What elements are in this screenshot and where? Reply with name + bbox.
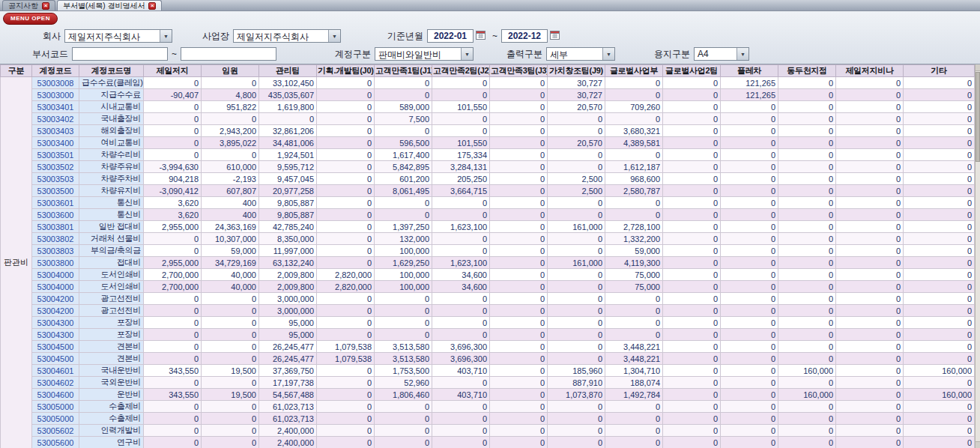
tab-expense-report[interactable]: 부서별(세목) 경비명세서 × xyxy=(57,0,162,10)
value-cell[interactable]: 0 xyxy=(778,77,836,89)
value-cell[interactable]: 2,500 xyxy=(548,173,605,185)
value-cell[interactable]: 26,245,477 xyxy=(259,353,317,365)
value-cell[interactable]: 0 xyxy=(548,281,605,293)
value-cell[interactable]: 0 xyxy=(432,425,490,437)
value-cell[interactable]: 3,284,131 xyxy=(432,161,490,173)
value-cell[interactable]: 61,023,713 xyxy=(259,401,317,413)
value-cell[interactable]: 0 xyxy=(317,77,375,89)
value-cell[interactable]: 0 xyxy=(778,113,836,125)
value-cell[interactable]: 160,000 xyxy=(904,389,975,401)
value-cell[interactable]: 0 xyxy=(778,101,836,113)
value-cell[interactable]: 40,000 xyxy=(202,269,259,281)
value-cell[interactable]: 2,400,000 xyxy=(259,425,317,437)
value-cell[interactable]: 161,000 xyxy=(548,221,605,233)
value-cell[interactable]: 2,955,000 xyxy=(144,221,202,233)
value-cell[interactable]: -3,090,412 xyxy=(144,185,202,197)
value-cell[interactable]: 0 xyxy=(721,305,778,317)
account-name-cell[interactable]: 연구비 xyxy=(79,437,144,448)
value-cell[interactable]: 0 xyxy=(202,305,259,317)
chevron-down-icon[interactable]: ▼ xyxy=(602,48,614,60)
value-cell[interactable]: 19,500 xyxy=(202,389,259,401)
value-cell[interactable]: 0 xyxy=(663,77,721,89)
value-cell[interactable]: 0 xyxy=(317,149,375,161)
value-cell[interactable]: 3,620 xyxy=(144,209,202,221)
value-cell[interactable]: 904,218 xyxy=(144,173,202,185)
account-code-cell[interactable]: 53005000 xyxy=(32,413,79,425)
value-cell[interactable]: 1,806,460 xyxy=(375,389,432,401)
value-cell[interactable]: 101,550 xyxy=(432,101,490,113)
account-name-cell[interactable]: 도서인쇄비 xyxy=(79,281,144,293)
value-cell[interactable]: 0 xyxy=(721,401,778,413)
value-cell[interactable]: 0 xyxy=(836,161,904,173)
value-cell[interactable]: 0 xyxy=(778,305,836,317)
value-cell[interactable]: 0 xyxy=(202,377,259,389)
value-cell[interactable]: 0 xyxy=(904,197,975,209)
value-cell[interactable]: 0 xyxy=(663,209,721,221)
value-cell[interactable]: 0 xyxy=(144,113,202,125)
value-cell[interactable]: 0 xyxy=(836,173,904,185)
chevron-down-icon[interactable]: ▼ xyxy=(736,48,748,60)
value-cell[interactable]: 0 xyxy=(548,305,605,317)
value-cell[interactable]: 0 xyxy=(836,401,904,413)
value-cell[interactable]: 3,000,000 xyxy=(259,305,317,317)
value-cell[interactable]: 4,800 xyxy=(202,89,259,101)
value-cell[interactable]: 0 xyxy=(836,425,904,437)
account-name-cell[interactable]: 광고선전비 xyxy=(79,293,144,305)
account-name-cell[interactable]: 부의금/축의금 xyxy=(79,245,144,257)
value-cell[interactable]: 0 xyxy=(836,305,904,317)
value-cell[interactable]: 0 xyxy=(836,233,904,245)
value-cell[interactable]: 0 xyxy=(904,113,975,125)
value-cell[interactable]: 0 xyxy=(432,305,490,317)
value-cell[interactable]: 0 xyxy=(490,233,548,245)
account-name-cell[interactable]: 해외출장비 xyxy=(79,125,144,137)
value-cell[interactable]: 100,000 xyxy=(375,281,432,293)
value-cell[interactable]: 30,727 xyxy=(548,77,605,89)
value-cell[interactable]: 0 xyxy=(721,245,778,257)
value-cell[interactable]: 0 xyxy=(548,425,605,437)
account-code-cell[interactable]: 53003502 xyxy=(32,161,79,173)
value-cell[interactable]: 2,820,000 xyxy=(317,269,375,281)
value-cell[interactable]: 59,000 xyxy=(202,245,259,257)
value-cell[interactable]: 19,500 xyxy=(202,365,259,377)
value-cell[interactable]: 0 xyxy=(836,389,904,401)
account-name-cell[interactable]: 차량주유비 xyxy=(79,161,144,173)
value-cell[interactable]: 0 xyxy=(144,401,202,413)
value-cell[interactable]: 160,000 xyxy=(778,365,836,377)
value-cell[interactable]: 3,696,300 xyxy=(432,353,490,365)
value-cell[interactable]: 0 xyxy=(778,149,836,161)
value-cell[interactable]: 0 xyxy=(663,245,721,257)
value-cell[interactable]: 596,500 xyxy=(375,137,432,149)
value-cell[interactable]: 0 xyxy=(778,137,836,149)
scroll-down-button[interactable] xyxy=(976,441,980,448)
value-cell[interactable]: 0 xyxy=(904,413,975,425)
value-cell[interactable]: 0 xyxy=(778,185,836,197)
value-cell[interactable]: 2,009,800 xyxy=(259,281,317,293)
value-cell[interactable]: 0 xyxy=(721,257,778,269)
account-code-cell[interactable]: 53004000 xyxy=(32,281,79,293)
value-cell[interactable]: 0 xyxy=(663,425,721,437)
value-cell[interactable]: 2,955,000 xyxy=(144,257,202,269)
value-cell[interactable]: 610,000 xyxy=(202,161,259,173)
value-cell[interactable]: 0 xyxy=(836,269,904,281)
value-cell[interactable]: 0 xyxy=(375,209,432,221)
value-cell[interactable]: 0 xyxy=(904,209,975,221)
value-cell[interactable]: 0 xyxy=(317,245,375,257)
account-name-cell[interactable]: 견본비 xyxy=(79,353,144,365)
value-cell[interactable]: 0 xyxy=(144,353,202,365)
value-cell[interactable]: 343,550 xyxy=(144,389,202,401)
value-cell[interactable]: 0 xyxy=(317,377,375,389)
value-cell[interactable]: 0 xyxy=(904,281,975,293)
value-cell[interactable]: 100,000 xyxy=(375,245,432,257)
value-cell[interactable]: 709,260 xyxy=(605,101,663,113)
value-cell[interactable]: 0 xyxy=(663,269,721,281)
account-code-cell[interactable]: 53003802 xyxy=(32,233,79,245)
value-cell[interactable]: 0 xyxy=(375,125,432,137)
value-cell[interactable]: 0 xyxy=(317,401,375,413)
value-cell[interactable]: 0 xyxy=(375,413,432,425)
value-cell[interactable]: 0 xyxy=(778,245,836,257)
account-name-cell[interactable]: 거래처 선물비 xyxy=(79,233,144,245)
value-cell[interactable]: 0 xyxy=(904,329,975,341)
value-cell[interactable]: 1,492,784 xyxy=(605,389,663,401)
account-code-cell[interactable]: 53003401 xyxy=(32,101,79,113)
value-cell[interactable]: 1,623,100 xyxy=(432,257,490,269)
